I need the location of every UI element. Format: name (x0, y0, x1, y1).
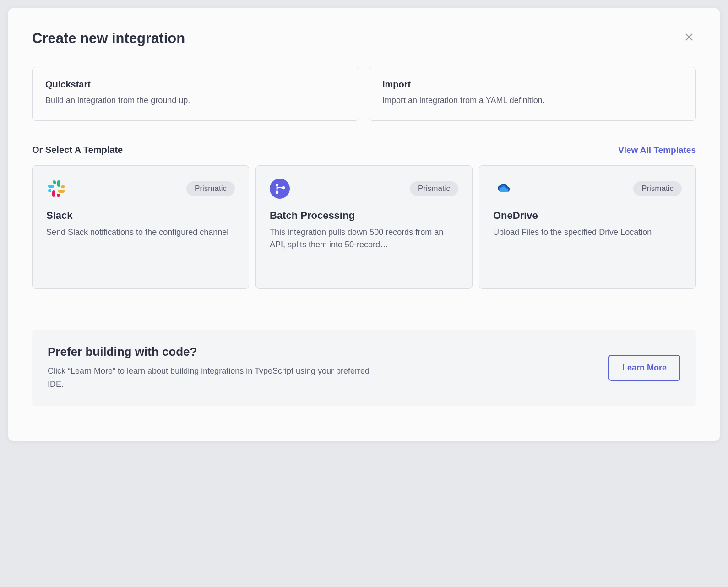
code-banner-text: Prefer building with code? Click “Learn … (48, 345, 590, 391)
option-row: Quickstart Build an integration from the… (32, 67, 696, 121)
close-button[interactable] (682, 30, 696, 44)
code-banner-title: Prefer building with code? (48, 345, 590, 359)
code-banner: Prefer building with code? Click “Learn … (32, 330, 696, 406)
template-card-header: Prismatic (46, 179, 235, 199)
templates-section-title: Or Select A Template (32, 145, 123, 155)
svg-point-6 (270, 179, 290, 199)
template-card-header: Prismatic (493, 179, 682, 199)
templates-grid: Prismatic Slack Send Slack notifications… (32, 165, 696, 289)
import-card[interactable]: Import Import an integration from a YAML… (369, 67, 696, 121)
onedrive-icon (493, 179, 513, 199)
template-badge: Prismatic (410, 181, 458, 196)
templates-header: Or Select A Template View All Templates (32, 145, 696, 155)
template-name: OneDrive (493, 210, 682, 222)
modal-header: Create new integration (32, 30, 696, 47)
template-name: Batch Processing (270, 210, 458, 222)
template-card-header: Prismatic (270, 179, 458, 199)
template-badge: Prismatic (186, 181, 235, 196)
quickstart-card[interactable]: Quickstart Build an integration from the… (32, 67, 359, 121)
learn-more-button[interactable]: Learn More (608, 355, 680, 381)
slack-icon (46, 179, 66, 199)
create-integration-modal: Create new integration Quickstart Build … (8, 8, 720, 441)
option-title: Import (382, 79, 683, 90)
svg-rect-2 (57, 180, 60, 187)
code-banner-desc: Click “Learn More” to learn about buildi… (48, 364, 377, 391)
template-badge: Prismatic (633, 181, 682, 196)
svg-rect-3 (58, 190, 65, 193)
option-title: Quickstart (45, 79, 346, 90)
template-desc: Upload Files to the specified Drive Loca… (493, 226, 682, 239)
template-card-onedrive[interactable]: Prismatic OneDrive Upload Files to the s… (479, 165, 696, 289)
git-branch-icon (270, 179, 290, 199)
view-all-templates-link[interactable]: View All Templates (618, 145, 696, 155)
template-card-slack[interactable]: Prismatic Slack Send Slack notifications… (32, 165, 249, 289)
template-name: Slack (46, 210, 235, 222)
template-card-batch-processing[interactable]: Prismatic Batch Processing This integrat… (255, 165, 473, 289)
option-desc: Build an integration from the ground up. (45, 94, 346, 107)
close-icon (684, 32, 694, 42)
template-desc: Send Slack notifications to the configur… (46, 226, 235, 239)
modal-title: Create new integration (32, 30, 185, 47)
svg-rect-4 (52, 190, 55, 197)
option-desc: Import an integration from a YAML defini… (382, 94, 683, 107)
template-desc: This integration pulls down 500 records … (270, 226, 458, 251)
svg-rect-5 (48, 185, 54, 188)
